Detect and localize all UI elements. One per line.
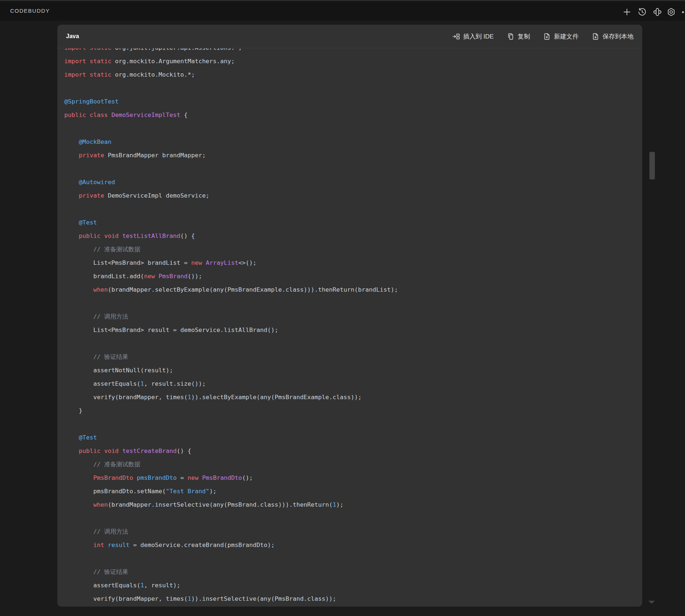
more-icon[interactable] [682,11,684,13]
copy-button[interactable]: 复制 [507,32,530,41]
code-line: @Autowired [64,175,642,189]
save-to-local-label: 保存到本地 [603,32,633,41]
language-label: Java [66,33,79,40]
code-line: public class DemoServiceImplTest { [64,108,642,122]
code-line [64,202,642,216]
code-line: // 准备测试数据 [64,243,642,256]
new-file-icon [543,33,551,40]
scroll-down-chevron-icon[interactable] [648,601,655,604]
code-line: } [64,404,642,417]
code-line: PmsBrandDto pmsBrandDto = new PmsBrandDt… [64,471,642,485]
code-line [64,337,642,350]
code-line: public void testListAllBrand() { [64,229,642,243]
add-icon[interactable] [622,7,632,17]
history-icon[interactable] [637,7,647,17]
codebuddy-window: CODEBUDDY [0,0,685,616]
code-line [64,296,642,310]
new-file-button[interactable]: 新建文件 [543,32,579,41]
code-line: brandList.add(new PmsBrand()); [64,270,642,283]
code-line: pmsBrandDto.setName("Test Brand"); [64,485,642,498]
code-line: int result = demoService.createBrand(pms… [64,538,642,552]
code-line [64,552,642,565]
code-line [64,417,642,431]
save-to-local-button[interactable]: 保存到本地 [592,32,633,41]
code-line: private PmsBrandMapper brandMapper; [64,149,642,162]
app-title: CODEBUDDY [10,1,50,21]
top-bar: CODEBUDDY [0,0,685,21]
code-line: // 调用方法 [64,525,642,538]
code-line: import static org.junit.jupiter.api.Asse… [64,48,642,54]
settings-icon[interactable] [666,7,676,17]
code-line: @MockBean [64,135,642,149]
code-line: @SpringBootTest [64,95,642,108]
code-line: verify(brandMapper, times(1)).insertSele… [64,592,642,605]
code-block-card: Java 插入到 IDE [57,25,642,607]
code-block-header: Java 插入到 IDE [57,25,642,48]
code-pre: import static org.junit.jupiter.api.Asse… [57,48,642,606]
code-line: @Test [64,216,642,229]
code-line: // 验证结果 [64,350,642,364]
new-file-label: 新建文件 [554,32,579,41]
code-line: assertEquals(1, result.size()); [64,377,642,390]
plugins-icon[interactable] [653,7,662,17]
code-line: verify(brandMapper, times(1)).selectByEx… [64,390,642,404]
code-line: // 准备测试数据 [64,458,642,471]
code-line: when(brandMapper.insertSelective(any(Pms… [64,498,642,511]
insert-to-ide-label: 插入到 IDE [463,32,494,41]
code-line: assertNotNull(result); [64,364,642,377]
code-line: when(brandMapper.selectByExample(any(Pms… [64,283,642,296]
save-to-local-icon [592,33,599,40]
code-line [64,122,642,135]
code-line: public void testCreateBrand() { [64,444,642,458]
code-line [64,511,642,525]
insert-to-ide-button[interactable]: 插入到 IDE [452,32,494,41]
code-line: assertEquals(1, result); [64,579,642,592]
code-line: import static org.mockito.Mockito.*; [64,68,642,81]
code-line: List<PmsBrand> result = demoService.list… [64,323,642,337]
code-line [64,162,642,175]
code-line: private DemoServiceImpl demoService; [64,189,642,202]
code-line: // 调用方法 [64,310,642,323]
code-line: // 验证结果 [64,565,642,579]
code-line [64,81,642,95]
insert-to-ide-icon [452,33,460,40]
code-line: import static org.mockito.ArgumentMatche… [64,54,642,68]
code-line: List<PmsBrand> brandList = new ArrayList… [64,256,642,270]
code-actions: 插入到 IDE 复制 [452,32,633,41]
panel-scrollbar-thumb[interactable] [649,152,655,179]
code-scroll-area[interactable]: import static org.junit.jupiter.api.Asse… [57,48,642,606]
code-line: } [64,605,642,606]
copy-label: 复制 [518,32,530,41]
copy-icon [507,33,514,40]
code-line: @Test [64,431,642,444]
